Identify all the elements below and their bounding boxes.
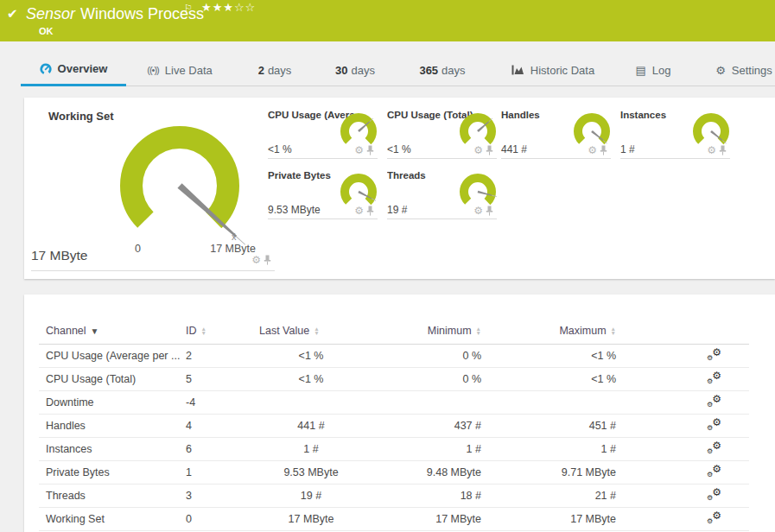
tab-live-data[interactable]: ((•)) Live Data: [128, 54, 232, 86]
cell-divider: [501, 158, 611, 159]
channel-name[interactable]: Threads: [39, 484, 186, 507]
channel-name[interactable]: Private Bytes: [39, 460, 186, 484]
gear-icon[interactable]: ⚙: [473, 206, 483, 216]
tab-label: days: [268, 64, 291, 77]
sort-icon: ▲▼: [201, 326, 206, 335]
gauge-cell-handles: Handles 441 # ⚙: [501, 108, 611, 159]
gear-icon[interactable]: ⚙: [251, 255, 261, 265]
tab-historic-data[interactable]: Historic Data: [501, 54, 605, 86]
flag-icon[interactable]: ⚐: [184, 3, 193, 14]
gauge-value: <1 %: [387, 143, 411, 155]
channel-maximum: 9.71 MByte: [481, 460, 616, 484]
channel-maximum: [481, 390, 616, 414]
gauge-actions: ⚙: [707, 145, 727, 155]
channel-name[interactable]: Working Set: [39, 507, 186, 530]
page-title: SensorWindows Process: [26, 5, 204, 23]
gear-icon[interactable]: ⚙: [354, 206, 364, 216]
gauge-actions: ⚙: [354, 145, 374, 155]
channel-maximum: 451 #: [481, 414, 616, 437]
channel-name[interactable]: Instances: [39, 437, 186, 460]
area-chart-icon: [511, 65, 524, 75]
col-header-maximum[interactable]: Maximum▲▼: [481, 318, 616, 344]
gauge-actions: ⚙: [251, 255, 271, 265]
sort-desc-icon: ▼: [91, 326, 99, 336]
primary-gauge-value: 17 MByte: [31, 248, 87, 263]
cell-divider: [268, 158, 378, 159]
status-badge: OK: [39, 26, 54, 36]
pin-icon[interactable]: [486, 206, 493, 216]
pin-icon[interactable]: [366, 145, 374, 155]
channel-name[interactable]: CPU Usage (Average per ...: [39, 344, 186, 367]
tab-2-days[interactable]: 2 days: [232, 54, 318, 86]
channel-settings-icon[interactable]: ⚙⚙: [707, 418, 721, 431]
col-header-id[interactable]: ID▲▼: [186, 318, 259, 344]
tab-label: days: [352, 64, 375, 77]
tab-log[interactable]: ▤ Log: [610, 54, 696, 86]
gear-icon[interactable]: ⚙: [473, 145, 483, 155]
channel-settings-icon[interactable]: ⚙⚙: [707, 511, 721, 524]
channel-id: -4: [186, 390, 259, 414]
tab-bar: Overview ((•)) Live Data 2 days 30 days …: [0, 54, 775, 86]
gauge-cell-cpu-average: CPU Usage (Average p... <1 % ⚙: [268, 108, 378, 159]
channel-last-value: <1 %: [259, 367, 363, 390]
gear-icon[interactable]: ⚙: [707, 145, 716, 155]
channel-name[interactable]: CPU Usage (Total): [39, 367, 186, 390]
col-header-minimum[interactable]: Minimum▲▼: [363, 318, 481, 344]
channel-minimum: 437 #: [363, 414, 481, 437]
channel-settings-icon[interactable]: ⚙⚙: [707, 371, 721, 384]
channel-id: 3: [186, 484, 259, 507]
channel-id: 5: [186, 367, 259, 390]
tab-30-days[interactable]: 30 days: [312, 54, 398, 86]
channels-table: Channel▼ ID▲▼ Last Value▲▼ Minimum▲▼ Max…: [39, 318, 749, 531]
channel-id: 6: [186, 437, 259, 460]
priority-stars[interactable]: ★★★☆☆: [201, 1, 256, 14]
channel-last-value: 1 #: [259, 437, 363, 460]
channel-maximum: <1 %: [481, 367, 616, 390]
pin-icon[interactable]: [600, 145, 607, 155]
broadcast-icon: ((•)): [147, 65, 159, 75]
channel-minimum: 1 #: [363, 437, 481, 460]
channel-minimum: 17 MByte: [363, 507, 481, 530]
channel-name[interactable]: Downtime: [39, 390, 186, 414]
gauge-scale-min: 0: [135, 243, 141, 255]
pin-icon[interactable]: [486, 145, 493, 155]
channel-last-value: [259, 390, 363, 414]
gear-icon[interactable]: ⚙: [588, 145, 597, 155]
tab-settings[interactable]: ⚙ Settings: [701, 54, 775, 86]
channel-settings-icon[interactable]: ⚙⚙: [707, 465, 721, 478]
table-row: Working Set 0 17 MByte 17 MByte 17 MByte…: [39, 507, 749, 530]
channel-settings-icon[interactable]: ⚙⚙: [707, 441, 721, 454]
gauge-value: 19 #: [387, 204, 407, 216]
table-row: Threads 3 19 # 18 # 21 # ⚙⚙: [39, 484, 749, 507]
tab-label: Settings: [732, 64, 772, 77]
gauge-scale-max: 17 MByte: [197, 243, 256, 255]
gauges-panel: Working Set x̄ 0 17 MByte 17 MByte ⚙ CPU…: [24, 98, 775, 279]
table-row: CPU Usage (Total) 5 <1 % 0 % <1 % ⚙⚙: [39, 367, 749, 390]
pin-icon[interactable]: [366, 206, 374, 216]
channel-last-value: 17 MByte: [259, 507, 363, 530]
table-row: Instances 6 1 # 1 # 1 # ⚙⚙: [39, 437, 749, 460]
tab-365-days[interactable]: 365 days: [399, 54, 486, 86]
col-header-channel[interactable]: Channel▼: [39, 318, 186, 344]
channel-settings-icon[interactable]: ⚙⚙: [707, 348, 721, 361]
channel-settings-icon[interactable]: ⚙⚙: [707, 488, 721, 501]
channel-name[interactable]: Handles: [39, 414, 186, 437]
log-list-icon: ▤: [636, 65, 646, 76]
col-header-last-value[interactable]: Last Value▲▼: [259, 318, 363, 344]
pin-icon[interactable]: [264, 255, 271, 265]
tab-label: days: [441, 64, 465, 77]
channel-last-value: 441 #: [259, 414, 363, 437]
channel-settings-icon[interactable]: ⚙⚙: [707, 395, 721, 408]
primary-gauge: [89, 106, 270, 253]
gauge-cell-instances: Instances 1 # ⚙: [620, 108, 730, 159]
cell-divider: [387, 158, 497, 159]
gear-icon[interactable]: ⚙: [354, 145, 364, 155]
channel-minimum: 0 %: [363, 367, 481, 390]
gauge-actions: ⚙: [473, 145, 493, 155]
tab-overview[interactable]: Overview: [21, 54, 126, 86]
pin-icon[interactable]: [719, 145, 727, 155]
tab-label: Live Data: [165, 64, 213, 77]
channel-last-value: 9.53 MByte: [259, 460, 363, 484]
sensor-kind-label: Sensor: [26, 5, 75, 22]
channel-last-value: <1 %: [259, 344, 363, 367]
